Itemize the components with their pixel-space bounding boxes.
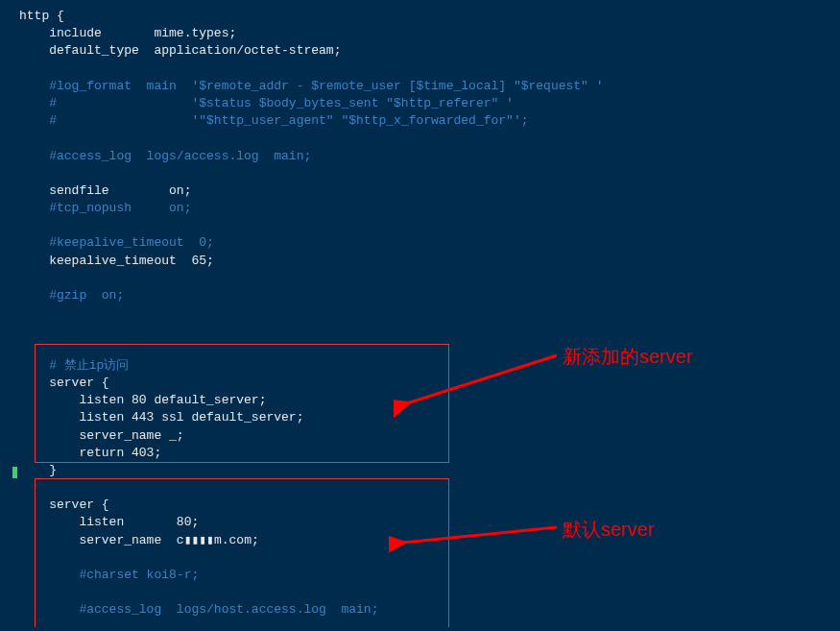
annotation-new-server: 新添加的server: [563, 343, 693, 370]
code-line: #access_log logs/access.log main;: [19, 148, 840, 165]
code-line: [19, 165, 840, 182]
code-line: # 禁止ip访问: [19, 357, 840, 375]
code-line: #charset koi8-r;: [19, 567, 840, 584]
code-line: [19, 549, 840, 567]
code-block: http { include mime.types; default_type …: [0, 8, 840, 631]
code-line: [19, 584, 840, 601]
code-line: [19, 304, 840, 322]
code-line: server_name c▮▮▮▮m.com;: [19, 532, 840, 549]
code-line: server {: [19, 497, 840, 514]
code-line: #log_format main '$remote_addr - $remote…: [19, 78, 840, 95]
code-line: return 403;: [19, 445, 840, 462]
code-line: }: [19, 462, 840, 479]
code-line: [19, 340, 840, 357]
code-line: sendfile on;: [19, 182, 840, 200]
code-line: [19, 130, 840, 147]
code-line: include mime.types;: [19, 25, 840, 42]
code-line: http {: [19, 8, 840, 25]
code-line: listen 80;: [19, 514, 840, 531]
code-line: default_type application/octet-stream;: [19, 42, 840, 60]
code-line: #tcp_nopush on;: [19, 200, 840, 217]
code-line: [19, 322, 840, 339]
code-line: [19, 61, 840, 78]
code-line: # '$status $body_bytes_sent "$http_refer…: [19, 95, 840, 112]
code-line: listen 443 ssl default_server;: [19, 409, 840, 426]
code-line: #keepalive_timeout 0;: [19, 234, 840, 252]
code-line: [19, 619, 840, 631]
code-line: # '"$http_user_agent" "$http_x_forwarded…: [19, 112, 840, 130]
cursor-indicator: [12, 467, 17, 478]
code-line: server_name _;: [19, 427, 840, 445]
code-line: [19, 479, 840, 497]
code-line: [19, 217, 840, 234]
code-line: listen 80 default_server;: [19, 392, 840, 409]
code-line: keepalive_timeout 65;: [19, 253, 840, 270]
code-line: [19, 270, 840, 287]
code-line: server {: [19, 375, 840, 392]
annotation-default-server: 默认server: [563, 516, 655, 543]
code-line: #gzip on;: [19, 287, 840, 304]
code-line: #access_log logs/host.access.log main;: [19, 601, 840, 619]
